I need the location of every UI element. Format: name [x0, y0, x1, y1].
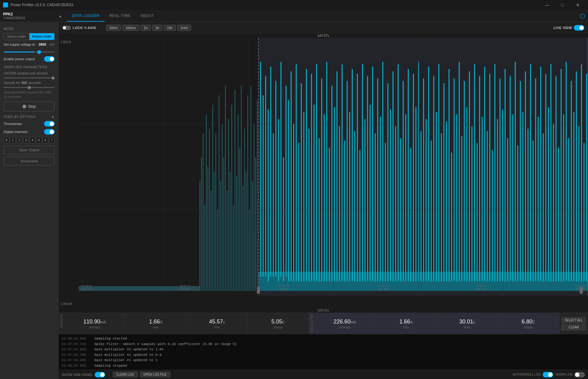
svg-rect-59 — [301, 83, 302, 281]
svg-rect-69 — [326, 62, 327, 281]
svg-rect-107 — [423, 78, 424, 281]
lock-y-axis-toggle[interactable] — [62, 26, 71, 30]
source-meter-button[interactable]: Source meter — [4, 33, 29, 40]
digital-channels-toggle[interactable] — [44, 129, 55, 135]
y-min-label: 1.49 mA — [60, 302, 77, 306]
sample-rate-slider[interactable] — [4, 77, 55, 78]
svg-rect-112 — [436, 112, 437, 281]
x-tick-2: 00:00:20 000.000 — [278, 285, 289, 294]
channel-5-button[interactable]: 5 — [36, 137, 42, 143]
svg-rect-36 — [249, 210, 249, 291]
selection-max-value: 1.66A — [399, 319, 413, 325]
channel-2-button[interactable]: 2 — [17, 137, 22, 143]
device-name: PPK2 — [3, 12, 52, 16]
svg-rect-149 — [530, 64, 531, 281]
chart-area[interactable]: 1.953 A 1.49 mA — [59, 38, 588, 308]
clear-log-button[interactable]: CLEAR LOG — [113, 372, 137, 377]
channel-6-button[interactable]: 6 — [43, 137, 48, 143]
svg-rect-27 — [235, 90, 235, 291]
svg-rect-54 — [288, 100, 289, 281]
svg-rect-134 — [492, 150, 493, 281]
channel-7-button[interactable]: 7 — [49, 137, 55, 143]
selection-handle-left[interactable] — [257, 287, 260, 294]
time-100ms-button[interactable]: 100ms — [122, 25, 139, 31]
time-3s-button[interactable]: 3s — [152, 25, 162, 31]
minimize-button[interactable]: — — [540, 0, 554, 10]
show-side-panel-toggle[interactable] — [95, 372, 105, 377]
svg-rect-168 — [578, 126, 579, 281]
close-button[interactable]: ✕ — [571, 0, 585, 10]
svg-rect-121 — [459, 62, 460, 281]
save-export-button[interactable]: Save / Export — [4, 146, 55, 154]
show-log-row: SHOW LOG — [556, 372, 585, 377]
stop-button[interactable]: Stop — [4, 102, 55, 111]
maximize-button[interactable]: □ — [555, 0, 569, 10]
supply-slider[interactable] — [4, 52, 55, 52]
selection-handle-right[interactable] — [580, 287, 583, 294]
channel-3-button[interactable]: 3 — [23, 137, 29, 143]
open-log-file-button[interactable]: OPEN LOG FILE — [140, 372, 170, 377]
power-output-row: Enable power output — [4, 56, 55, 62]
autoscroll-toggle[interactable] — [543, 372, 553, 377]
svg-rect-113 — [438, 64, 439, 281]
power-output-toggle[interactable] — [44, 56, 55, 62]
show-log-label: SHOW LOG — [556, 373, 573, 376]
svg-rect-82 — [360, 150, 360, 281]
show-log-toggle[interactable] — [574, 372, 585, 377]
sample-time-slider[interactable] — [4, 87, 55, 88]
time-10ms-button[interactable]: 10ms — [106, 25, 121, 31]
svg-rect-30 — [239, 148, 240, 291]
timestamps-toggle[interactable] — [44, 121, 55, 127]
chart-waveform[interactable]: /* Generated inline via template trick -… — [79, 38, 588, 296]
svg-rect-12 — [211, 191, 211, 291]
svg-rect-93 — [388, 83, 389, 281]
clear-selection-button[interactable]: CLEAR — [562, 324, 586, 330]
main-panel: LOCK Y-AXIS 10ms 100ms 1s 3s 10s 1min LI… — [59, 22, 588, 379]
svg-rect-129 — [479, 76, 480, 281]
channel-4-button[interactable]: 4 — [30, 137, 35, 143]
stop-icon — [23, 105, 26, 108]
svg-rect-157 — [550, 64, 551, 281]
svg-rect-63 — [311, 74, 312, 281]
selection-time-value: 30.01s — [459, 319, 475, 325]
tab-data-logger[interactable]: DATA LOGGER — [67, 10, 105, 22]
device-id: C46A6F2B0E61 — [3, 16, 52, 20]
svg-rect-20 — [224, 157, 224, 291]
svg-rect-114 — [441, 133, 442, 281]
selection-time-cell: 30.01s time — [437, 313, 498, 334]
screenshot-button[interactable]: Screenshot — [4, 157, 55, 165]
tab-real-time[interactable]: REAL-TIME — [105, 10, 136, 22]
svg-rect-40 — [255, 157, 256, 291]
time-10s-button[interactable]: 10s — [164, 25, 176, 31]
svg-rect-34 — [246, 172, 246, 291]
live-view-toggle[interactable] — [574, 25, 584, 31]
svg-rect-117 — [449, 69, 450, 281]
select-all-button[interactable]: SELECT ALL — [562, 317, 586, 323]
time-1min-button[interactable]: 1min — [177, 25, 191, 31]
svg-rect-88 — [375, 133, 376, 281]
svg-rect-144 — [517, 145, 518, 281]
mode-label: MODE — [4, 27, 55, 31]
svg-rect-97 — [398, 64, 399, 281]
sample-unit: seconds — [28, 81, 41, 85]
content: MODE Source meter Ampere meter Set suppl… — [0, 22, 588, 379]
live-view-label: LIVE VIEW — [553, 26, 572, 30]
y-axis: 1.953 A 1.49 mA — [59, 38, 79, 308]
timestamps-row: Timestamps — [4, 121, 55, 127]
digital-channel-buttons: 0 1 2 3 4 5 6 7 — [4, 137, 55, 143]
window-average-label: average — [89, 326, 100, 329]
svg-rect-128 — [477, 143, 478, 281]
svg-rect-138 — [502, 110, 503, 281]
ampere-meter-button[interactable]: Ampere meter — [29, 33, 55, 40]
supply-value: 3800 — [39, 43, 46, 46]
svg-rect-83 — [362, 64, 363, 281]
display-collapse-arrow[interactable]: ▲ — [51, 115, 55, 118]
tab-about[interactable]: ABOUT — [135, 10, 159, 22]
upload-icon[interactable]: ▲ — [59, 14, 62, 18]
log-area[interactable]: 21:46:22.092 Sampling started 21:47:37.7… — [59, 334, 588, 370]
svg-rect-79 — [352, 69, 353, 281]
channel-0-button[interactable]: 0 — [4, 137, 9, 143]
time-1s-button[interactable]: 1s — [141, 25, 151, 31]
power-output-label: Enable power output — [4, 57, 35, 61]
channel-1-button[interactable]: 1 — [10, 137, 16, 143]
